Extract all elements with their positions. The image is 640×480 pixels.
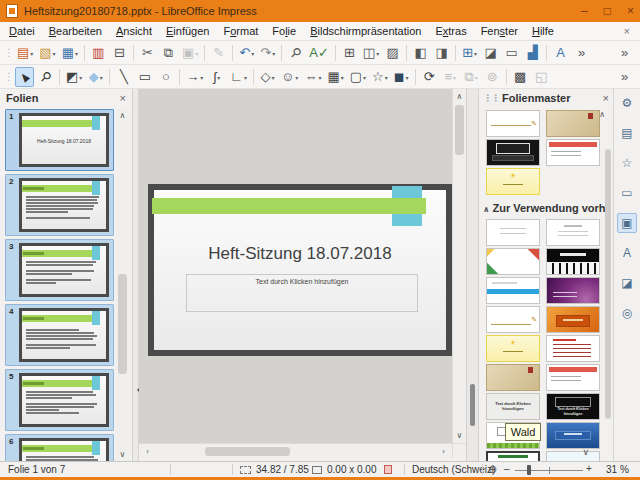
avail-master-red-bullets[interactable] xyxy=(546,335,600,362)
flowchart-icon[interactable]: ▦▾ xyxy=(325,67,345,87)
ellipse-icon[interactable]: ○ xyxy=(156,67,175,87)
zoom-level[interactable]: 31 % xyxy=(606,464,629,475)
sidebar-tab-properties-icon[interactable]: ▤ xyxy=(617,123,637,143)
display-views-icon[interactable]: ◫▾ xyxy=(361,43,381,63)
sidebar-tab-sidebar-settings-icon[interactable]: ⚙ xyxy=(617,93,637,113)
symbol-shapes-icon[interactable]: ☺▾ xyxy=(279,67,300,87)
avail-master-light-blue[interactable] xyxy=(546,451,600,461)
zoom-icon[interactable]: ⚲ xyxy=(36,67,55,87)
find-replace-icon[interactable]: ⚲ xyxy=(286,43,305,63)
used-master-vintage-paper[interactable] xyxy=(546,110,600,137)
zoom-slider-thumb[interactable] xyxy=(527,465,531,475)
avail-master-yellow-sun[interactable] xyxy=(486,335,540,362)
display-grid-icon[interactable]: ⊞ xyxy=(340,43,359,63)
avail-master-black-caption[interactable]: Text durch Klicken hinzufügen xyxy=(546,393,600,420)
avail-master-corner-triangles[interactable] xyxy=(486,248,540,275)
undo-icon[interactable]: ↶▾ xyxy=(237,43,256,63)
insert-chart-icon[interactable]: ▟ xyxy=(523,43,542,63)
slide-thumbnail-3[interactable]: 3 xyxy=(5,239,114,301)
export-pdf-icon[interactable]: ▥ xyxy=(89,43,108,63)
sidebar-splitter[interactable] xyxy=(466,89,479,461)
insert-image-icon[interactable]: ◪ xyxy=(481,43,500,63)
toolbar-grip-icon[interactable]: ⋮ xyxy=(4,71,12,82)
start-from-first-slide-icon[interactable]: ◧ xyxy=(411,43,430,63)
slide-thumbnail-5[interactable]: 5 xyxy=(5,369,114,431)
sidebar-tab-navigator-icon[interactable]: ◎ xyxy=(617,303,637,323)
avail-master-white-text[interactable] xyxy=(546,219,600,246)
copy-icon[interactable]: ⧉ xyxy=(159,43,178,63)
sidebar-close-icon[interactable]: × xyxy=(603,92,609,104)
new-document-icon[interactable]: ▤▾ xyxy=(15,43,35,63)
insert-table-icon[interactable]: ⊞▾ xyxy=(460,43,479,63)
toolbar-overflow-icon[interactable]: » xyxy=(572,43,591,63)
scroll-down-icon[interactable]: ∨ xyxy=(453,429,466,442)
sidebar-tab-animation-icon[interactable]: ☆ xyxy=(617,153,637,173)
current-slide[interactable]: Heft-Sitzung 18.07.2018 Text durch Klick… xyxy=(148,184,452,356)
sidebar-tab-styles-icon[interactable]: A xyxy=(617,243,637,263)
slide-thumbnail-6[interactable]: 6 xyxy=(5,434,114,461)
avail-master-chart-border[interactable] xyxy=(486,451,540,461)
fill-color-icon[interactable]: ◆▾ xyxy=(86,67,105,87)
avail-master-vintage-paper[interactable] xyxy=(486,364,540,391)
draw-more-icon[interactable]: » xyxy=(615,67,634,87)
stars-banners-icon[interactable]: ☆▾ xyxy=(370,67,390,87)
sidebar-tab-gallery-icon[interactable]: ◪ xyxy=(617,273,637,293)
maximize-button[interactable]: □ xyxy=(604,0,611,22)
save-icon[interactable]: ▦▾ xyxy=(60,43,80,63)
cut-icon[interactable]: ✂ xyxy=(138,43,157,63)
zoom-out-button[interactable]: – xyxy=(504,463,510,474)
redo-icon[interactable]: ↷▾ xyxy=(258,43,277,63)
section-available-header[interactable]: ∧Zur Verwendung vorhanden xyxy=(483,202,607,217)
menu-ansicht[interactable]: Ansicht xyxy=(109,23,159,39)
block-arrows-icon[interactable]: ⇔▾ xyxy=(302,67,323,87)
menu-hilfe[interactable]: Hilfe xyxy=(525,23,561,39)
menu-einfgen[interactable]: Einfügen xyxy=(159,23,216,39)
start-from-current-slide-icon[interactable]: ◨ xyxy=(432,43,451,63)
close-button[interactable]: × xyxy=(627,0,634,22)
scrollbar-thumb[interactable] xyxy=(455,105,464,155)
avail-master-red-header[interactable] xyxy=(546,364,600,391)
canvas-vertical-scrollbar[interactable]: ∧ ∨ xyxy=(452,89,466,443)
basic-shapes-icon[interactable]: ◇▾ xyxy=(258,67,277,87)
avail-master-piano[interactable] xyxy=(546,248,600,275)
avail-master-gray-text[interactable]: Text durch Klicken hinzufügen xyxy=(486,393,540,420)
menu-folie[interactable]: Folie xyxy=(265,23,303,39)
3d-objects-icon[interactable]: ◼▾ xyxy=(392,67,411,87)
line-color-icon[interactable]: ◩▾ xyxy=(64,67,84,87)
lines-arrows-icon[interactable]: →▾ xyxy=(184,67,205,87)
insert-textbox-icon[interactable]: ▭ xyxy=(502,43,521,63)
menu-fenster[interactable]: Fenster xyxy=(474,23,525,39)
scroll-right-icon[interactable]: › xyxy=(437,445,450,458)
scrollbar-thumb[interactable] xyxy=(118,274,127,374)
document-modified-icon[interactable] xyxy=(384,465,392,474)
slide-thumbnail-4[interactable]: 4 xyxy=(5,304,114,366)
shadow-icon[interactable]: ▩ xyxy=(511,67,530,87)
rotate-icon[interactable]: ⟳ xyxy=(420,67,439,87)
toolbar-grip-icon[interactable]: ⋮ xyxy=(4,47,12,58)
toolbar-more-icon[interactable]: » xyxy=(615,43,634,63)
menu-bildschirmprsentation[interactable]: Bildschirmpräsentation xyxy=(303,23,428,39)
menu-datei[interactable]: Datei xyxy=(2,23,42,39)
collapse-icon[interactable]: ∧ xyxy=(483,205,490,214)
scroll-down-icon[interactable]: ∨ xyxy=(116,448,129,461)
slide-text-placeholder[interactable]: Text durch Klicken hinzufügen xyxy=(186,274,418,312)
rectangle-icon[interactable]: ▭ xyxy=(135,67,154,87)
slide-canvas[interactable]: Heft-Sitzung 18.07.2018 Text durch Klick… xyxy=(139,89,452,443)
slide-green-bar[interactable] xyxy=(152,198,426,214)
scroll-left-icon[interactable]: ‹ xyxy=(141,445,154,458)
slides-panel-close-icon[interactable]: × xyxy=(120,92,126,104)
slide-thumbnail-2[interactable]: 2 xyxy=(5,174,114,236)
slide-thumbnail-1[interactable]: 1Heft-Sitzung 18.07.2018 xyxy=(5,109,114,171)
panel-grip-icon[interactable]: ⋮⋮ xyxy=(483,93,499,103)
sidebar-scrollbar[interactable] xyxy=(604,109,612,441)
sidebar-tab-transition-icon[interactable]: ▭ xyxy=(617,183,637,203)
slides-panel-scrollbar[interactable]: ∧ ∨ xyxy=(116,109,129,461)
scroll-up-icon[interactable]: ∧ xyxy=(116,109,129,122)
callouts-icon[interactable]: ▢▾ xyxy=(348,67,368,87)
avail-master-blue-gradient[interactable] xyxy=(546,422,600,449)
avail-master-purple-gradient[interactable] xyxy=(546,277,600,304)
menu-bearbeiten[interactable]: Bearbeiten xyxy=(42,23,109,39)
close-document-icon[interactable]: × xyxy=(616,25,638,37)
connector-icon[interactable]: ∟▾ xyxy=(228,67,249,87)
zoom-in-button[interactable]: + xyxy=(586,463,592,474)
